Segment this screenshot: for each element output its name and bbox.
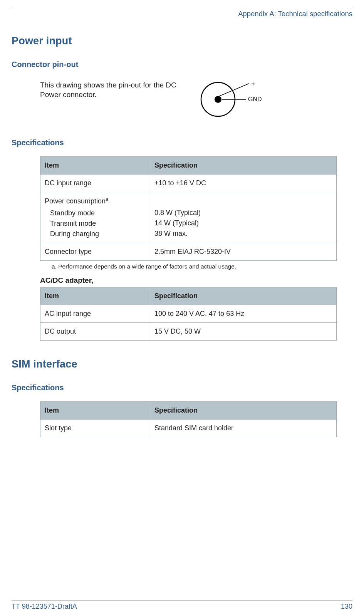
adapter-heading: AC/DC adapter,	[40, 276, 352, 285]
cell-spec: 2.5mm EIAJ RC-5320-IV	[150, 243, 337, 261]
power-specs-table: Item Specification DC input range +10 to…	[40, 156, 337, 261]
table-row: AC input range 100 to 240 V AC, 47 to 63…	[40, 305, 337, 323]
section-sim-title: SIM interface	[12, 358, 352, 370]
cell-item: Slot type	[40, 420, 150, 437]
pinout-diagram: + GND	[199, 78, 272, 122]
pc-transmit-item: Transmit mode	[45, 218, 146, 229]
pc-charging-item: During charging	[45, 229, 146, 239]
dc-connector-icon: + GND	[199, 78, 272, 121]
col-header-spec: Specification	[150, 402, 337, 420]
pc-transmit-spec: 14 W (Typical)	[154, 218, 332, 228]
cell-spec: +10 to +16 V DC	[150, 175, 337, 192]
cell-item-power-consumption: Power consumptiona Standby mode Transmit…	[40, 192, 150, 243]
pc-label: Power consumption	[45, 197, 106, 205]
table-row: Power consumptiona Standby mode Transmit…	[40, 192, 337, 243]
table-header-row: Item Specification	[40, 157, 337, 175]
pc-charging-spec: 38 W max.	[154, 228, 332, 239]
top-rule	[12, 8, 352, 8]
subsection-specs-heading: Specifications	[12, 138, 352, 147]
bottom-rule	[12, 601, 352, 601]
page-footer: TT 98-123571-DraftA 130	[12, 601, 352, 611]
col-header-item: Item	[40, 287, 150, 305]
col-header-item: Item	[40, 402, 150, 420]
footer-page-number: 130	[341, 603, 352, 611]
specs-block-sim: Item Specification Slot type Standard SI…	[40, 401, 352, 437]
adapter-table: Item Specification AC input range 100 to…	[40, 287, 337, 341]
label-plus: +	[251, 80, 255, 87]
pc-sup: a	[106, 196, 108, 202]
table-row: Connector type 2.5mm EIAJ RC-5320-IV	[40, 243, 337, 261]
pinout-row: This drawing shows the pin-out for the D…	[40, 78, 352, 122]
pc-standby-spec: 0.8 W (Typical)	[154, 208, 332, 218]
cell-item: AC input range	[40, 305, 150, 323]
cell-spec: 15 V DC, 50 W	[150, 323, 337, 341]
breadcrumb: Appendix A: Technical specifications	[12, 10, 352, 18]
table-header-row: Item Specification	[40, 287, 337, 305]
footer-doc-id: TT 98-123571-DraftA	[12, 603, 77, 611]
cell-spec-power-consumption: . 0.8 W (Typical) 14 W (Typical) 38 W ma…	[150, 192, 337, 243]
col-header-spec: Specification	[150, 287, 337, 305]
cell-item: DC output	[40, 323, 150, 341]
page: Appendix A: Technical specifications Pow…	[0, 0, 364, 616]
label-gnd: GND	[248, 96, 262, 102]
cell-item: Connector type	[40, 243, 150, 261]
sim-table: Item Specification Slot type Standard SI…	[40, 401, 337, 437]
cell-spec: Standard SIM card holder	[150, 420, 337, 437]
table-row: DC input range +10 to +16 V DC	[40, 175, 337, 192]
cell-spec: 100 to 240 V AC, 47 to 63 Hz	[150, 305, 337, 323]
subsection-sim-specs-heading: Specifications	[12, 383, 352, 392]
table-row: Slot type Standard SIM card holder	[40, 420, 337, 437]
col-header-spec: Specification	[150, 157, 337, 175]
cell-item: DC input range	[40, 175, 150, 192]
specs-block-power: Item Specification DC input range +10 to…	[40, 156, 352, 341]
footnote-a: a. Performance depends on a wide range o…	[52, 263, 352, 270]
svg-point-1	[215, 96, 221, 103]
col-header-item: Item	[40, 157, 150, 175]
section-power-input-title: Power input	[12, 35, 352, 47]
pinout-text: This drawing shows the pin-out for the D…	[40, 78, 194, 99]
table-header-row: Item Specification	[40, 402, 337, 420]
table-row: DC output 15 V DC, 50 W	[40, 323, 337, 341]
subsection-pinout-heading: Connector pin-out	[12, 60, 352, 69]
pc-standby-item: Standby mode	[45, 208, 146, 218]
